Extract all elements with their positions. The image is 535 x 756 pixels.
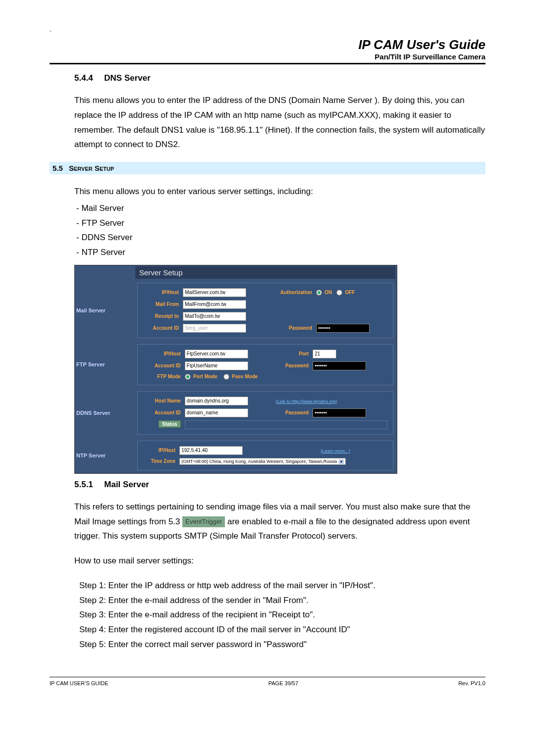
iphost-label: IP/Host <box>143 287 180 298</box>
list-item: FTP Server <box>74 216 485 231</box>
step-item: Step 1: Enter the IP address or http web… <box>79 578 485 593</box>
list-item: NTP Server <box>74 245 485 260</box>
paragraph-server-intro: This menu allows you to enter various se… <box>74 184 485 199</box>
ftp-acct-label: Account ID <box>143 360 182 371</box>
ddns-pwd-input[interactable] <box>313 408 366 417</box>
mail-pwd-input[interactable] <box>316 324 370 333</box>
auth-off-radio[interactable] <box>336 290 342 296</box>
header-title: IP CAM User's Guide <box>50 37 485 52</box>
page-footer: IP CAM USER'S GUIDE PAGE 39/57 Rev. PV1.… <box>50 677 485 686</box>
ftp-pwd-label: Password <box>274 360 310 371</box>
ddns-host-input[interactable] <box>185 397 248 405</box>
footer-right: Rev. PV1.0 <box>458 680 485 686</box>
ddns-pwd-label: Password <box>274 407 310 418</box>
receipt-label: Receipt to <box>143 311 180 322</box>
ftp-mode-label: FTP Mode <box>143 372 182 381</box>
ddns-status-button[interactable]: Status <box>159 420 181 428</box>
step-item: Step 3: Enter the e-mail address of the … <box>79 607 485 622</box>
mail-server-label: Mail Server <box>76 307 106 313</box>
auth-on-radio[interactable] <box>316 290 322 296</box>
ftp-portmode-text: Port Mode <box>193 374 217 379</box>
ftp-server-block: IP/Host Port Account ID Password <box>137 344 393 385</box>
receipt-input[interactable] <box>183 312 246 321</box>
heading-title: DNS Server <box>104 73 151 83</box>
mailfrom-label: Mail From <box>143 299 180 310</box>
ntp-tz-label: Time Zone <box>143 457 177 466</box>
mail-server-block: IP/Host Authorization ON OFF <box>137 283 393 338</box>
ntp-server-label: NTP Server <box>76 453 106 458</box>
server-setup-panel: Server Setup Mail Server IP/Host Authori… <box>74 265 397 474</box>
ntp-server-block: IP/Host (Learn more...) Time Zone (GMT+0… <box>137 441 393 470</box>
ftp-server-label: FTP Server <box>76 361 105 367</box>
ntp-iphost-label: IP/Host <box>143 445 177 456</box>
footer-center: PAGE 39/57 <box>268 680 298 686</box>
ftp-iphost-input[interactable] <box>185 350 248 358</box>
heading-number: 5.5.1 <box>74 480 93 489</box>
ntp-tz-select[interactable]: (GMT+08:00) China, Hong Kong, Australia … <box>179 458 346 465</box>
page-header: IP CAM User's Guide Pan/Tilt IP Surveill… <box>50 37 485 64</box>
section-number: 5.5 <box>53 164 63 172</box>
mail-acct-input[interactable] <box>183 324 246 333</box>
ntp-learn-link[interactable]: (Learn more...) <box>321 449 350 454</box>
section-bar-5-5: 5.5 Server Setup <box>50 162 485 174</box>
backtick-mark: ` <box>50 30 485 37</box>
header-subtitle: Pan/Tilt IP Surveillance Camera <box>50 52 485 61</box>
mail-iphost-input[interactable] <box>183 288 246 297</box>
ddns-status-box <box>185 420 387 429</box>
step-item: Step 2: Enter the e-mail address of the … <box>79 593 485 608</box>
paragraph-howto: How to use mail server settings: <box>74 554 485 568</box>
server-list: Mail Server FTP Server DDNS Server NTP S… <box>74 201 485 260</box>
ntp-tz-value: (GMT+08:00) China, Hong Kong, Australia … <box>181 459 337 464</box>
heading-5-5-1: 5.5.1 Mail Server <box>74 480 485 490</box>
ftp-pasvmode-text: Pasv Mode <box>232 374 258 379</box>
step-item: Step 4: Enter the registered account ID … <box>79 622 485 637</box>
ddns-link[interactable]: (Link to http://www.dyndns.org) <box>276 399 337 404</box>
auth-off-text: OFF <box>345 290 355 295</box>
mailfrom-input[interactable] <box>183 300 246 309</box>
ftp-pasvmode-radio[interactable] <box>223 374 229 380</box>
ntp-iphost-input[interactable] <box>179 446 243 455</box>
event-trigger-button[interactable]: EventTrigger <box>182 516 225 528</box>
footer-left: IP CAM USER'S GUIDE <box>50 680 108 686</box>
ddns-acct-input[interactable] <box>185 408 248 417</box>
ftp-portmode-radio[interactable] <box>185 374 191 380</box>
ddns-acct-label: Account ID <box>143 407 182 418</box>
paragraph-mailserver: This refers to settings pertaining to se… <box>74 500 485 544</box>
ftp-pwd-input[interactable] <box>313 361 366 370</box>
ddns-server-label: DDNS Server <box>76 410 110 416</box>
step-item: Step 5: Enter the correct mail server pa… <box>79 637 485 652</box>
heading-number: 5.4.4 <box>74 73 93 83</box>
section-title: Server Setup <box>69 164 114 172</box>
ftp-iphost-label: IP/Host <box>143 349 182 359</box>
heading-5-4-4: 5.4.4 DNS Server <box>74 73 485 83</box>
steps-list: Step 1: Enter the IP address or http web… <box>79 578 485 652</box>
panel-title: Server Setup <box>135 266 395 279</box>
mail-acct-label: Account ID <box>143 323 180 334</box>
list-item: Mail Server <box>74 201 485 216</box>
auth-label: Authorization <box>268 287 314 298</box>
ftp-port-label: Port <box>274 349 310 359</box>
ftp-port-input[interactable] <box>313 350 336 358</box>
heading-title: Mail Server <box>104 480 149 489</box>
ftp-acct-input[interactable] <box>185 361 248 370</box>
ddns-host-label: Host Name <box>143 396 182 406</box>
chevron-down-icon: ▾ <box>339 459 344 464</box>
mail-pwd-label: Password <box>268 323 314 334</box>
ddns-server-block: Host Name (Link to http://www.dyndns.org… <box>137 391 393 435</box>
list-item: DDNS Server <box>74 230 485 245</box>
auth-on-text: ON <box>324 290 332 295</box>
paragraph-dns: This menu allows you to enter the IP add… <box>74 93 485 152</box>
